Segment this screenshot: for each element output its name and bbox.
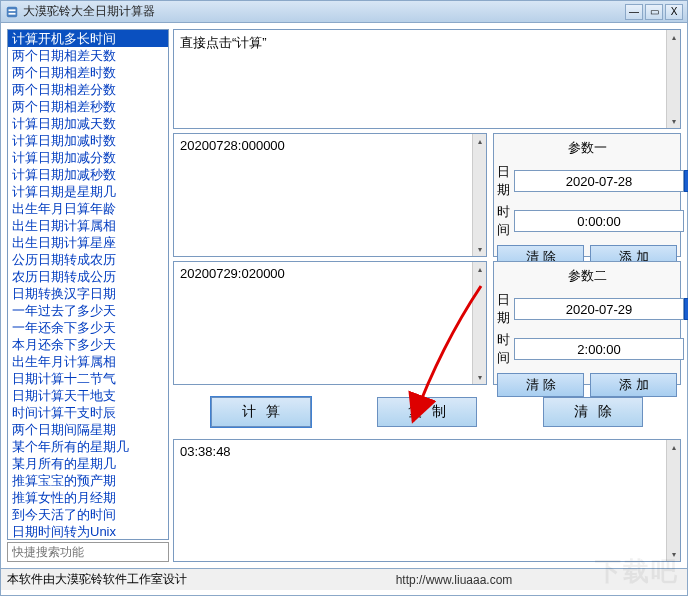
app-window: 大漠驼铃大全日期计算器 — ▭ X 计算开机多长时间两个日期相差天数两个日期相差… (0, 0, 688, 596)
search-input[interactable] (7, 542, 169, 562)
param1-panel: 参数一 日期 ▼ 时间 清 (493, 133, 681, 257)
status-credit: 本软件由大漠驼铃软件工作室设计 (7, 571, 227, 588)
statusbar: 本软件由大漠驼铃软件工作室设计 http://www.liuaaa.com (1, 568, 687, 590)
sidebar-item[interactable]: 出生年月日算年龄 (8, 200, 168, 217)
sidebar-item[interactable]: 日期计算十二节气 (8, 370, 168, 387)
sidebar-list[interactable]: 计算开机多长时间两个日期相差天数两个日期相差时数两个日期相差分数两个日期相差秒数… (7, 29, 169, 540)
param2-title: 参数二 (497, 265, 677, 287)
svg-rect-1 (9, 9, 16, 11)
svg-rect-0 (7, 6, 18, 17)
sidebar-item[interactable]: 计算日期加减秒数 (8, 166, 168, 183)
sidebar-item[interactable]: 出生日期计算星座 (8, 234, 168, 251)
sidebar-item[interactable]: 两个日期相差天数 (8, 47, 168, 64)
app-icon (5, 5, 19, 19)
main-area: 直接点击“计算” ▴▾ 20200728:000000 ▴▾ 参数一 日期 ▼ (173, 29, 681, 562)
sidebar-item[interactable]: 计算日期加减时数 (8, 132, 168, 149)
sidebar: 计算开机多长时间两个日期相差天数两个日期相差时数两个日期相差分数两个日期相差秒数… (7, 29, 169, 562)
sidebar-item[interactable]: 计算日期加减天数 (8, 115, 168, 132)
sidebar-item[interactable]: 本月还余下多少天 (8, 336, 168, 353)
sidebar-item[interactable]: 两个日期相差时数 (8, 64, 168, 81)
param2-value: 20200729:020000 (180, 266, 285, 281)
sidebar-item[interactable]: 计算日期加减分数 (8, 149, 168, 166)
result-box: 03:38:48 ▴▾ (173, 439, 681, 562)
param2-date-dropdown[interactable]: ▼ (684, 298, 688, 320)
param2-panel: 参数二 日期 ▼ 时间 清 (493, 261, 681, 385)
param2-time-label: 时间 (497, 331, 510, 367)
param1-date-label: 日期 (497, 163, 510, 199)
param2-date-input[interactable] (514, 298, 684, 320)
copy-button[interactable]: 复制 (377, 397, 477, 427)
clear-all-button[interactable]: 清除 (543, 397, 643, 427)
sidebar-item[interactable]: 到今天活了的时间 (8, 506, 168, 523)
sidebar-item[interactable]: 日期时间转为Unix (8, 523, 168, 540)
param1-date-input[interactable] (514, 170, 684, 192)
sidebar-item[interactable]: 某个年所有的星期几 (8, 438, 168, 455)
sidebar-item[interactable]: 时间计算干支时辰 (8, 404, 168, 421)
sidebar-item[interactable]: 出生年月计算属相 (8, 353, 168, 370)
titlebar: 大漠驼铃大全日期计算器 — ▭ X (1, 1, 687, 23)
sidebar-item[interactable]: 两个日期相差分数 (8, 81, 168, 98)
param1-value: 20200728:000000 (180, 138, 285, 153)
sidebar-item[interactable]: 计算开机多长时间 (8, 30, 168, 47)
sidebar-item[interactable]: 一年还余下多少天 (8, 319, 168, 336)
hint-box: 直接点击“计算” ▴▾ (173, 29, 681, 129)
sidebar-item[interactable]: 出生日期计算属相 (8, 217, 168, 234)
action-row: 计算 复制 清除 (173, 389, 681, 435)
maximize-button[interactable]: ▭ (645, 4, 663, 20)
sidebar-item[interactable]: 农历日期转成公历 (8, 268, 168, 285)
scrollbar[interactable]: ▴▾ (472, 134, 486, 256)
param2-textarea[interactable]: 20200729:020000 ▴▾ (173, 261, 487, 385)
param1-textarea[interactable]: 20200728:000000 ▴▾ (173, 133, 487, 257)
param2-time-input[interactable] (514, 338, 684, 360)
param1-title: 参数一 (497, 137, 677, 159)
scrollbar[interactable]: ▴▾ (666, 30, 680, 128)
status-url: http://www.liuaaa.com (227, 573, 681, 587)
scrollbar[interactable]: ▴▾ (472, 262, 486, 384)
sidebar-item[interactable]: 推算女性的月经期 (8, 489, 168, 506)
sidebar-item[interactable]: 日期计算天干地支 (8, 387, 168, 404)
result-text: 03:38:48 (180, 444, 231, 459)
sidebar-item[interactable]: 两个日期间隔星期 (8, 421, 168, 438)
minimize-button[interactable]: — (625, 4, 643, 20)
scrollbar[interactable]: ▴▾ (666, 440, 680, 561)
param2-date-label: 日期 (497, 291, 510, 327)
calculate-button[interactable]: 计算 (211, 397, 311, 427)
sidebar-item[interactable]: 计算日期是星期几 (8, 183, 168, 200)
hint-text: 直接点击“计算” (180, 35, 267, 50)
svg-rect-2 (9, 12, 16, 14)
window-title: 大漠驼铃大全日期计算器 (23, 3, 625, 20)
param1-time-label: 时间 (497, 203, 510, 239)
sidebar-item[interactable]: 某月所有的星期几 (8, 455, 168, 472)
close-button[interactable]: X (665, 4, 683, 20)
sidebar-item[interactable]: 推算宝宝的预产期 (8, 472, 168, 489)
sidebar-item[interactable]: 一年过去了多少天 (8, 302, 168, 319)
sidebar-item[interactable]: 公历日期转成农历 (8, 251, 168, 268)
sidebar-item[interactable]: 两个日期相差秒数 (8, 98, 168, 115)
sidebar-item[interactable]: 日期转换汉字日期 (8, 285, 168, 302)
param1-date-dropdown[interactable]: ▼ (684, 170, 688, 192)
param1-time-input[interactable] (514, 210, 684, 232)
